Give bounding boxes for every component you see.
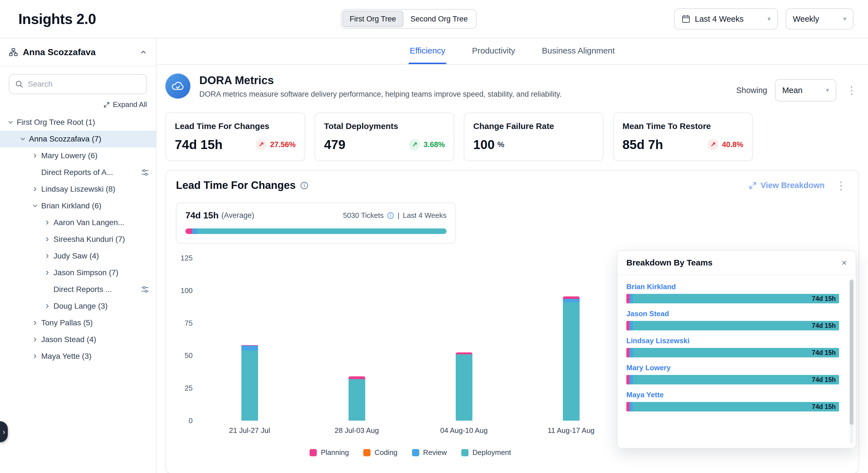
tree-item-direct-reports-of-a[interactable]: Direct Reports of A...	[0, 164, 156, 181]
legend-label: Review	[423, 448, 447, 457]
legend-item-review[interactable]: Review	[412, 448, 447, 457]
tree-item-direct-reports[interactable]: Direct Reports ...	[0, 281, 156, 298]
stacked-bar-28-jul-03-aug[interactable]	[348, 376, 365, 421]
stacked-bar-04-aug-10-aug[interactable]	[456, 352, 472, 421]
main-tabs: EfficiencyProductivityBusiness Alignment	[156, 38, 868, 65]
chevron-down-icon[interactable]	[6, 119, 16, 126]
chevron-right-icon[interactable]	[30, 336, 40, 343]
org-tree: First Org Tree Root (1)Anna Scozzafava (…	[0, 112, 156, 367]
bar-segment-planning	[563, 296, 580, 299]
kebab-menu-icon[interactable]: ⋮	[834, 180, 848, 191]
dora-controls: Showing Mean ▾ ⋮	[736, 79, 859, 101]
x-tick-label: 21 Jul-27 Jul	[196, 426, 303, 435]
team-name-link[interactable]: Maya Yette	[626, 390, 839, 399]
legend-item-planning[interactable]: Planning	[310, 448, 349, 457]
team-bar-segment-review	[629, 321, 632, 330]
dora-description: DORA metrics measure software delivery p…	[199, 90, 562, 98]
tree-item-lindsay-liszewski-8[interactable]: Lindsay Liszewski (8)	[0, 181, 156, 198]
info-icon[interactable]	[300, 181, 308, 190]
tab-business-alignment[interactable]: Business Alignment	[541, 38, 616, 64]
view-breakdown-button[interactable]: View Breakdown	[749, 181, 825, 190]
granularity-select[interactable]: Weekly ▾	[785, 8, 854, 30]
chevron-right-icon[interactable]	[42, 219, 52, 226]
team-bar-segment-deployment	[633, 348, 839, 357]
lead-time-bar-chart: 0255075100125	[176, 258, 625, 421]
chevron-right-icon[interactable]	[30, 186, 40, 193]
team-lead-time-value: 74d 15h	[812, 322, 836, 329]
filter-sliders-icon[interactable]	[141, 168, 149, 177]
legend-swatch	[363, 449, 371, 456]
org-toggle-first-org-tree[interactable]: First Org Tree	[342, 11, 403, 27]
metric-value: 479	[324, 137, 345, 152]
scrollbar-thumb[interactable]	[849, 280, 854, 425]
tab-efficiency[interactable]: Efficiency	[409, 38, 446, 64]
team-lead-time-bar[interactable]: 74d 15h	[626, 402, 839, 411]
expand-icon	[749, 182, 757, 189]
date-range-select[interactable]: Last 4 Weeks ▾	[674, 8, 778, 30]
tree-item-maya-yette-3[interactable]: Maya Yette (3)	[0, 348, 156, 365]
bar-segment-deployment	[348, 379, 365, 421]
kebab-menu-icon[interactable]: ⋮	[844, 85, 859, 95]
tree-item-aaron-van-langen[interactable]: Aaron Van Langen...	[0, 214, 156, 231]
tree-item-label: Sireesha Kunduri (7)	[54, 235, 125, 244]
trend-up-icon: ↗	[255, 139, 267, 150]
stacked-bar-11-aug-17-aug[interactable]	[563, 296, 580, 421]
team-name-link[interactable]: Lindsay Liszewski	[626, 336, 839, 345]
team-name-link[interactable]: Mary Lowery	[626, 363, 839, 372]
chevron-up-icon[interactable]	[140, 49, 147, 56]
chevron-right-icon[interactable]	[30, 320, 40, 326]
chevron-right-icon[interactable]	[42, 269, 52, 276]
chevron-down-icon[interactable]	[30, 203, 40, 209]
tree-item-mary-lowery-6[interactable]: Mary Lowery (6)	[0, 147, 156, 164]
filter-sliders-icon[interactable]	[141, 285, 149, 294]
tree-item-tony-pallas-5[interactable]: Tony Pallas (5)	[0, 315, 156, 331]
sidebar-user-name: Anna Scozzafava	[23, 47, 95, 57]
team-lead-time-value: 74d 15h	[812, 295, 836, 302]
team-lead-time-bar[interactable]: 74d 15h	[626, 294, 839, 303]
metric-value: 100	[473, 137, 495, 152]
team-lead-time-bar[interactable]: 74d 15h	[626, 348, 839, 357]
legend-item-coding[interactable]: Coding	[363, 448, 397, 457]
metric-delta: ↗3.68%	[409, 139, 445, 150]
tree-item-judy-saw-4[interactable]: Judy Saw (4)	[0, 248, 156, 264]
tree-item-anna-scozzafava-7[interactable]: Anna Scozzafava (7)	[0, 131, 156, 147]
chevron-right-icon[interactable]	[42, 253, 52, 259]
tree-item-first-org-tree-root-1[interactable]: First Org Tree Root (1)	[0, 114, 156, 131]
stacked-bar-21-jul-27-jul[interactable]	[241, 345, 258, 421]
org-sidebar: Anna Scozzafava Expand All First Org Tre…	[0, 38, 156, 473]
chevron-right-icon[interactable]	[30, 353, 40, 360]
lead-time-card: Lead Time For Changes View Breakdown ⋮	[165, 170, 859, 473]
sidebar-header[interactable]: Anna Scozzafava	[0, 38, 156, 66]
close-icon[interactable]: ×	[842, 258, 847, 267]
org-toggle-second-org-tree[interactable]: Second Org Tree	[403, 11, 475, 27]
tree-item-jason-stead-4[interactable]: Jason Stead (4)	[0, 331, 156, 348]
expand-all-button[interactable]: Expand All	[0, 95, 156, 112]
legend-item-deployment[interactable]: Deployment	[461, 448, 511, 457]
y-tick-label: 75	[185, 319, 193, 328]
chevron-right-icon[interactable]	[30, 152, 40, 159]
team-lead-time-bar[interactable]: 74d 15h	[626, 375, 839, 384]
tree-item-label: Aaron Van Langen...	[54, 218, 124, 227]
team-bar-segment-deployment	[633, 402, 839, 411]
metric-card-value-row: 85d 7h↗40.8%	[622, 137, 743, 152]
info-icon[interactable]	[387, 212, 394, 219]
chevron-right-icon[interactable]	[42, 303, 52, 309]
tree-item-label: Lindsay Liszewski (8)	[41, 185, 115, 194]
team-name-link[interactable]: Brian Kirkland	[626, 283, 839, 291]
chevron-right-icon[interactable]	[42, 236, 52, 243]
team-lead-time-bar[interactable]: 74d 15h	[626, 321, 839, 330]
tree-item-jason-simpson-7[interactable]: Jason Simpson (7)	[0, 264, 156, 281]
search-input[interactable]	[28, 80, 141, 89]
bar-segment-deployment	[456, 354, 472, 421]
tree-item-sireesha-kunduri-7[interactable]: Sireesha Kunduri (7)	[0, 231, 156, 248]
tree-item-label: Tony Pallas (5)	[41, 318, 93, 327]
tab-productivity[interactable]: Productivity	[471, 38, 516, 64]
chevron-down-icon[interactable]	[18, 136, 28, 142]
phase-distribution-bar	[185, 229, 446, 234]
tree-item-brian-kirkland-6[interactable]: Brian Kirkland (6)	[0, 198, 156, 214]
aggregation-select[interactable]: Mean ▾	[775, 79, 836, 101]
team-name-link[interactable]: Jason Stead	[626, 309, 839, 318]
tree-item-label: Mary Lowery (6)	[41, 151, 97, 160]
tree-item-doug-lange-3[interactable]: Doug Lange (3)	[0, 298, 156, 315]
team-bar-segment-planning	[626, 348, 629, 357]
